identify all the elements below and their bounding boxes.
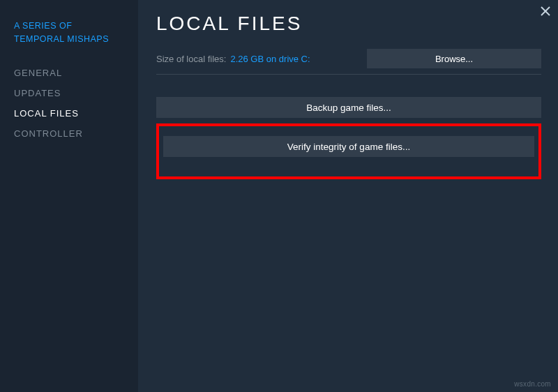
page-title: LOCAL FILES: [156, 13, 541, 35]
main-panel: LOCAL FILES Size of local files: 2.26 GB…: [138, 0, 558, 392]
sidebar-item-general[interactable]: GENERAL: [14, 63, 124, 83]
size-label: Size of local files:: [156, 54, 226, 64]
sidebar-item-controller[interactable]: CONTROLLER: [14, 123, 124, 144]
highlight-annotation: Verify integrity of game files...: [156, 123, 541, 179]
close-icon[interactable]: [537, 3, 554, 20]
backup-game-files-button[interactable]: Backup game files...: [156, 97, 541, 118]
size-value-link[interactable]: 2.26 GB on drive C:: [230, 54, 310, 64]
sidebar: A SERIES OF TEMPORAL MISHAPS GENERAL UPD…: [0, 0, 138, 392]
divider: [156, 74, 541, 75]
sidebar-item-local-files[interactable]: LOCAL FILES: [14, 103, 124, 123]
sidebar-item-updates[interactable]: UPDATES: [14, 83, 124, 103]
size-info-row: Size of local files: 2.26 GB on drive C:…: [156, 49, 541, 68]
browse-button[interactable]: Browse...: [367, 49, 541, 68]
watermark: wsxdn.com: [514, 380, 551, 388]
game-title: A SERIES OF TEMPORAL MISHAPS: [14, 20, 124, 46]
verify-integrity-button[interactable]: Verify integrity of game files...: [163, 136, 534, 157]
